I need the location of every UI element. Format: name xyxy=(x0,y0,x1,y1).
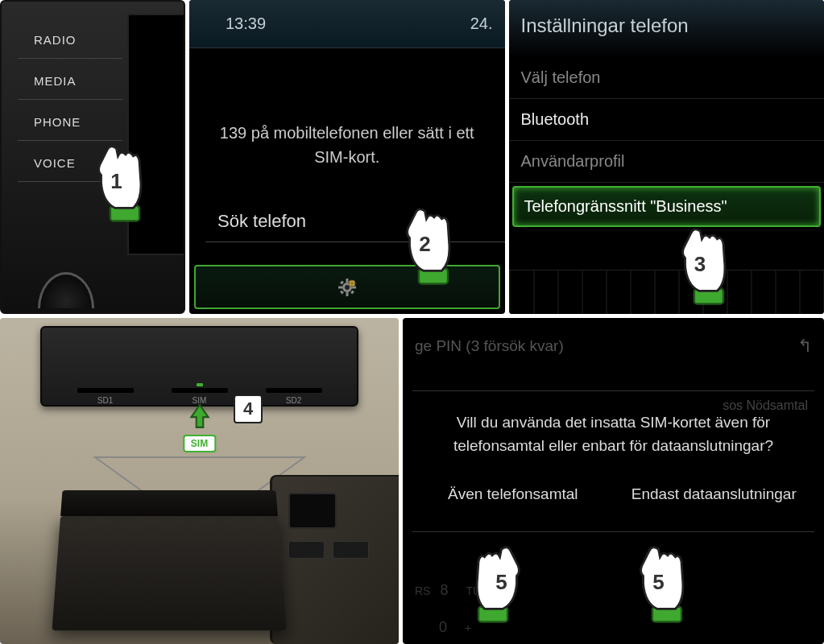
panel-side-buttons: RADIO MEDIA PHONE VOICE 1 xyxy=(0,0,185,314)
step-number: 5 xyxy=(652,570,664,595)
emergency-call[interactable]: sos Nödsamtal xyxy=(723,398,808,413)
center-console xyxy=(40,326,358,407)
keypad-background: RS 8 TUV 0 + xyxy=(415,582,488,636)
search-phone-button[interactable]: Sök telefon xyxy=(205,201,505,242)
floor-decoration xyxy=(509,270,825,314)
glovebox-open xyxy=(52,516,287,630)
settings-title: Inställningar telefon xyxy=(509,0,825,57)
button-phone-calls-too[interactable]: Även telefonsamtal xyxy=(420,481,606,511)
panel-search-phone: 13:39 24. 139 på mobiltelefonen eller sä… xyxy=(189,0,505,314)
step-number: 5 xyxy=(495,570,507,595)
side-button-voice[interactable]: VOICE xyxy=(18,145,122,182)
step-badge-4: 4 xyxy=(234,394,263,423)
dashboard-trim xyxy=(270,475,399,644)
temperature: 24. xyxy=(470,14,493,33)
screen-bezel xyxy=(127,14,184,255)
panel-pin-dialog: ge PIN (3 försök kvar) ↰ sos Nödsamtal V… xyxy=(403,318,824,644)
status-bar: 13:39 24. xyxy=(189,0,505,48)
pin-header: ge PIN (3 försök kvar) ↰ xyxy=(403,318,824,374)
clock: 13:39 xyxy=(226,14,266,33)
up-arrow-icon xyxy=(188,402,212,433)
sim-badge: SIM xyxy=(183,435,216,452)
panel-sim-slot-photo: SIM 4 xyxy=(0,318,399,644)
air-vent xyxy=(288,493,337,529)
settings-item-bluetooth[interactable]: Bluetooth xyxy=(509,99,825,141)
sd1-slot[interactable] xyxy=(77,388,134,393)
gear-icon xyxy=(338,279,356,296)
settings-item-select-phone[interactable]: Välj telefon xyxy=(509,57,825,99)
rotary-knob[interactable] xyxy=(38,272,94,308)
connect-message: 139 på mobiltelefonen eller sätt i ett S… xyxy=(189,48,505,169)
side-button-phone[interactable]: PHONE xyxy=(18,104,122,141)
side-button-media[interactable]: MEDIA xyxy=(18,63,122,100)
settings-item-user-profile[interactable]: Användarprofil xyxy=(509,141,825,183)
side-button-radio[interactable]: RADIO xyxy=(18,22,122,59)
back-icon[interactable]: ↰ xyxy=(797,336,812,357)
dash-button[interactable] xyxy=(288,541,325,559)
settings-item-business-interface[interactable]: Telefongränssnitt "Business" xyxy=(512,186,822,227)
button-data-only[interactable]: Endast dataanslutningar xyxy=(622,481,807,511)
settings-footer-button[interactable] xyxy=(194,265,500,309)
sd2-slot[interactable] xyxy=(266,388,322,393)
dash-button[interactable] xyxy=(333,541,369,559)
panel-phone-settings: Inställningar telefon Välj telefon Bluet… xyxy=(509,0,825,314)
dialog-question: Vill du använda det insatta SIM-kortet ä… xyxy=(420,411,806,457)
step-pointer-5b: 5 xyxy=(620,539,697,628)
sim-slot[interactable] xyxy=(172,388,228,393)
